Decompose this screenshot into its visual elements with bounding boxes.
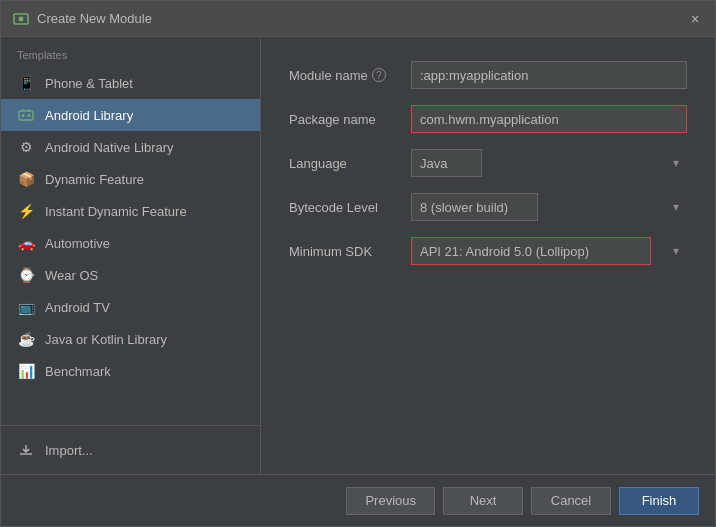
min-sdk-select[interactable]: API 21: Android 5.0 (Lollipop) API 23: A…	[411, 237, 651, 265]
sidebar-item-label-automotive: Automotive	[45, 236, 110, 251]
min-sdk-label: Minimum SDK	[289, 244, 399, 259]
dynamic-feature-icon: 📦	[17, 170, 35, 188]
automotive-icon: 🚗	[17, 234, 35, 252]
module-name-info-icon[interactable]: ?	[372, 68, 386, 82]
svg-point-1	[19, 16, 24, 21]
benchmark-icon: 📊	[17, 362, 35, 380]
import-label: Import...	[45, 443, 93, 458]
sidebar-item-label-benchmark: Benchmark	[45, 364, 111, 379]
dialog-title: Create New Module	[37, 11, 687, 26]
bytecode-label: Bytecode Level	[289, 200, 399, 215]
java-kotlin-library-icon: ☕	[17, 330, 35, 348]
language-select[interactable]: Java Kotlin	[411, 149, 482, 177]
dialog-footer: Previous Next Cancel Finish	[1, 474, 715, 526]
main-panel: Module name ? Package name Language Java…	[261, 37, 715, 474]
bytecode-row: Bytecode Level 8 (slower build) 7	[289, 193, 687, 221]
module-name-row: Module name ?	[289, 61, 687, 89]
sidebar-item-java-kotlin-library[interactable]: ☕ Java or Kotlin Library	[1, 323, 260, 355]
sidebar-bottom: Import...	[1, 425, 260, 474]
package-name-row: Package name	[289, 105, 687, 133]
sidebar-item-benchmark[interactable]: 📊 Benchmark	[1, 355, 260, 387]
svg-rect-2	[19, 111, 33, 120]
bytecode-select-wrapper: 8 (slower build) 7	[411, 193, 687, 221]
language-select-wrapper: Java Kotlin	[411, 149, 687, 177]
package-name-label: Package name	[289, 112, 399, 127]
sidebar-item-phone-tablet[interactable]: 📱 Phone & Tablet	[1, 67, 260, 99]
dialog-content: Templates 📱 Phone & Tablet Android Libra…	[1, 37, 715, 474]
language-label: Language	[289, 156, 399, 171]
sidebar-item-label-android-library: Android Library	[45, 108, 133, 123]
sidebar-item-label-dynamic-feature: Dynamic Feature	[45, 172, 144, 187]
dialog-icon	[13, 11, 29, 27]
sidebar-item-android-library[interactable]: Android Library	[1, 99, 260, 131]
sidebar-item-label-instant-dynamic-feature: Instant Dynamic Feature	[45, 204, 187, 219]
language-row: Language Java Kotlin	[289, 149, 687, 177]
min-sdk-row: Minimum SDK API 21: Android 5.0 (Lollipo…	[289, 237, 687, 265]
phone-tablet-icon: 📱	[17, 74, 35, 92]
finish-button[interactable]: Finish	[619, 487, 699, 515]
sidebar-section-label: Templates	[1, 37, 260, 67]
module-name-input[interactable]	[411, 61, 687, 89]
sidebar-item-label-wear-os: Wear OS	[45, 268, 98, 283]
instant-dynamic-feature-icon: ⚡	[17, 202, 35, 220]
svg-point-4	[28, 114, 31, 117]
sidebar-item-android-tv[interactable]: 📺 Android TV	[1, 291, 260, 323]
cancel-button[interactable]: Cancel	[531, 487, 611, 515]
sidebar-item-label-phone-tablet: Phone & Tablet	[45, 76, 133, 91]
sidebar-item-dynamic-feature[interactable]: 📦 Dynamic Feature	[1, 163, 260, 195]
sidebar-item-label-android-tv: Android TV	[45, 300, 110, 315]
svg-point-3	[22, 114, 25, 117]
close-button[interactable]: ×	[687, 11, 703, 27]
next-button[interactable]: Next	[443, 487, 523, 515]
previous-button[interactable]: Previous	[346, 487, 435, 515]
sidebar-item-android-native-library[interactable]: ⚙ Android Native Library	[1, 131, 260, 163]
android-library-icon	[17, 106, 35, 124]
wear-os-icon: ⌚	[17, 266, 35, 284]
sidebar-item-label-android-native-library: Android Native Library	[45, 140, 174, 155]
sidebar-item-label-java-kotlin-library: Java or Kotlin Library	[45, 332, 167, 347]
sidebar-item-wear-os[interactable]: ⌚ Wear OS	[1, 259, 260, 291]
module-name-label: Module name ?	[289, 68, 399, 83]
sidebar-item-import[interactable]: Import...	[1, 434, 260, 466]
bytecode-select[interactable]: 8 (slower build) 7	[411, 193, 538, 221]
package-name-input[interactable]	[411, 105, 687, 133]
create-new-module-dialog: Create New Module × Templates 📱 Phone & …	[0, 0, 716, 527]
title-bar: Create New Module ×	[1, 1, 715, 37]
import-icon	[17, 441, 35, 459]
android-tv-icon: 📺	[17, 298, 35, 316]
sidebar: Templates 📱 Phone & Tablet Android Libra…	[1, 37, 261, 474]
sidebar-item-instant-dynamic-feature[interactable]: ⚡ Instant Dynamic Feature	[1, 195, 260, 227]
android-native-library-icon: ⚙	[17, 138, 35, 156]
sidebar-item-automotive[interactable]: 🚗 Automotive	[1, 227, 260, 259]
min-sdk-select-wrapper: API 21: Android 5.0 (Lollipop) API 23: A…	[411, 237, 687, 265]
